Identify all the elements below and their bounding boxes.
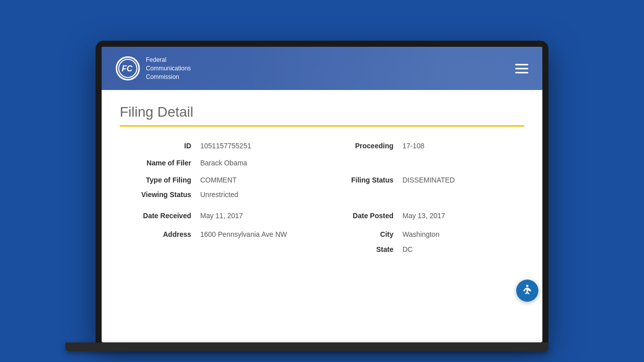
state-field: State DC [322,242,524,257]
site-header: FC Federal Communications Commission [102,47,542,90]
id-label: ID [120,141,200,151]
state-label: State [322,245,403,255]
laptop-screen-bezel: FC Federal Communications Commission [96,41,548,342]
date-received-value: May 11, 2017 [200,211,243,221]
col-date-received: Date Received May 11, 2017 [120,209,322,224]
address-label: Address [120,230,200,240]
fcc-name: Federal Communications Commission [146,56,191,81]
row-address: Address 1600 Pennsylvania Ave NW City Wa… [120,227,524,257]
laptop-wrapper: FC Federal Communications Commission [80,26,564,336]
city-field: City Washington [322,227,524,242]
type-label: Type of Filing [120,175,200,186]
proceeding-value: 17-108 [403,141,425,151]
col-empty-name [322,156,524,171]
viewing-field: Viewing Status Unrestricted [120,188,322,203]
type-value: COMMENT [200,175,236,186]
col-date-posted: Date Posted May 13, 2017 [322,209,524,224]
col-address: Address 1600 Pennsylvania Ave NW [120,227,322,257]
svg-text:FC: FC [122,64,133,73]
col-name: Name of Filer Barack Obama [120,156,322,171]
proceeding-field: Proceeding 17-108 [322,139,524,154]
filing-status-field: Filing Status DISSEMINATED [322,173,524,188]
fcc-emblem: FC [116,56,140,80]
date-posted-field: Date Posted May 13, 2017 [322,209,524,224]
address-value: 1600 Pennsylvania Ave NW [200,230,287,240]
viewing-label: Viewing Status [120,190,200,200]
date-posted-value: May 13, 2017 [403,211,445,221]
address-field: Address 1600 Pennsylvania Ave NW [120,227,322,242]
main-content: Filing Detail ID 1051157755251 [102,90,542,342]
date-received-field: Date Received May 11, 2017 [120,209,322,224]
date-received-label: Date Received [120,211,200,221]
row-name: Name of Filer Barack Obama [120,156,524,171]
laptop-base [65,342,548,351]
accessibility-button[interactable] [516,280,538,302]
name-field: Name of Filer Barack Obama [120,156,322,171]
type-field: Type of Filing COMMENT [120,173,322,188]
name-label: Name of Filer [120,158,200,168]
col-filing-status: Filing Status DISSEMINATED [322,173,524,203]
id-field: ID 1051157755251 [120,139,322,154]
detail-rows: ID 1051157755251 Proceeding 17-108 [120,139,524,257]
col-city-state: City Washington State DC [322,227,524,257]
name-value: Barack Obama [200,158,247,168]
state-value: DC [403,245,413,255]
col-proceeding: Proceeding 17-108 [322,139,524,154]
city-label: City [322,230,403,240]
row-dates: Date Received May 11, 2017 Date Posted M… [120,209,524,224]
screen: FC Federal Communications Commission [102,47,542,342]
title-divider [120,125,524,127]
id-value: 1051157755251 [200,141,251,151]
col-type: Type of Filing COMMENT Viewing Status Un… [120,173,322,203]
svg-point-2 [526,285,529,287]
viewing-value: Unrestricted [200,190,238,200]
menu-button[interactable] [515,64,528,73]
filing-status-label: Filing Status [322,175,403,186]
proceeding-label: Proceeding [322,141,403,151]
row-type-status: Type of Filing COMMENT Viewing Status Un… [120,173,524,203]
row-id-proceeding: ID 1051157755251 Proceeding 17-108 [120,139,524,154]
page-title: Filing Detail [120,104,524,120]
filing-status-value: DISSEMINATED [403,175,455,186]
col-id: ID 1051157755251 [120,139,322,154]
date-posted-label: Date Posted [322,211,403,221]
fcc-logo: FC Federal Communications Commission [116,56,191,81]
city-value: Washington [403,230,439,240]
